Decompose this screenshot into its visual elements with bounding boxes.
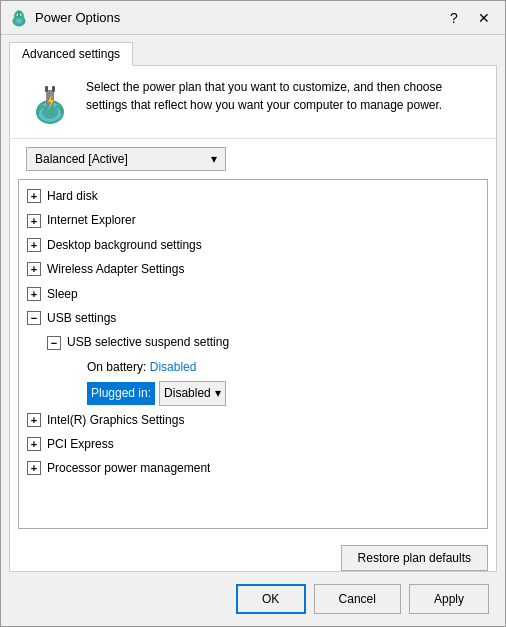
- expand-icon-pci[interactable]: +: [27, 437, 41, 451]
- tree-item-sleep[interactable]: + Sleep: [19, 282, 487, 306]
- svg-rect-6: [45, 86, 48, 92]
- svg-point-2: [16, 18, 22, 23]
- close-button[interactable]: ✕: [471, 7, 497, 29]
- description-section: Select the power plan that you want to c…: [10, 66, 496, 139]
- tab-advanced-settings[interactable]: Advanced settings: [9, 42, 133, 66]
- tree-list[interactable]: + Hard disk + Internet Explorer + Deskto…: [19, 180, 487, 528]
- expand-icon-desktop[interactable]: +: [27, 238, 41, 252]
- tree-label-hard-disk: Hard disk: [47, 186, 98, 206]
- tree-label-wireless: Wireless Adapter Settings: [47, 259, 184, 279]
- on-battery-row: On battery: Disabled: [19, 355, 487, 379]
- dropdown-arrow: ▾: [211, 152, 217, 166]
- tree-label-processor: Processor power management: [47, 458, 210, 478]
- svg-rect-7: [52, 86, 55, 92]
- expand-icon-intel[interactable]: +: [27, 413, 41, 427]
- tree-label-pci: PCI Express: [47, 434, 114, 454]
- tree-item-pci[interactable]: + PCI Express: [19, 432, 487, 456]
- plugged-in-dropdown[interactable]: Disabled ▾: [159, 381, 226, 405]
- description-text: Select the power plan that you want to c…: [86, 78, 480, 114]
- expand-icon-usb[interactable]: −: [27, 311, 41, 325]
- expand-icon-ie[interactable]: +: [27, 214, 41, 228]
- power-icon: [9, 8, 29, 28]
- dropdown-section: Balanced [Active] ▾: [10, 139, 496, 179]
- expand-icon-usb-suspend[interactable]: −: [47, 336, 61, 350]
- tree-item-intel-graphics[interactable]: + Intel(R) Graphics Settings: [19, 408, 487, 432]
- footer-section: Restore plan defaults: [10, 537, 496, 571]
- restore-defaults-button[interactable]: Restore plan defaults: [341, 545, 488, 571]
- on-battery-value: Disabled: [150, 360, 197, 374]
- title-bar: Power Options ? ✕: [1, 1, 505, 35]
- tree-label-usb: USB settings: [47, 308, 116, 328]
- help-button[interactable]: ?: [441, 7, 467, 29]
- tree-label-ie: Internet Explorer: [47, 210, 136, 230]
- apply-button[interactable]: Apply: [409, 584, 489, 614]
- tree-label-usb-suspend: USB selective suspend setting: [67, 332, 229, 352]
- on-battery-label: On battery:: [87, 360, 146, 374]
- tree-label-sleep: Sleep: [47, 284, 78, 304]
- button-row: OK Cancel Apply: [1, 572, 505, 626]
- content-area: Select the power plan that you want to c…: [9, 65, 497, 572]
- tree-item-internet-explorer[interactable]: + Internet Explorer: [19, 208, 487, 232]
- expand-icon-hard-disk[interactable]: +: [27, 189, 41, 203]
- tree-item-usb-settings[interactable]: − USB settings: [19, 306, 487, 330]
- tree-item-wireless[interactable]: + Wireless Adapter Settings: [19, 257, 487, 281]
- dialog-title: Power Options: [35, 10, 441, 25]
- plugged-in-label: Plugged in:: [87, 382, 155, 404]
- tree-section: + Hard disk + Internet Explorer + Deskto…: [18, 179, 488, 529]
- title-bar-controls: ? ✕: [441, 7, 497, 29]
- tree-item-desktop-bg[interactable]: + Desktop background settings: [19, 233, 487, 257]
- expand-icon-processor[interactable]: +: [27, 461, 41, 475]
- plan-dropdown[interactable]: Balanced [Active] ▾: [26, 147, 226, 171]
- tree-item-hard-disk[interactable]: + Hard disk: [19, 184, 487, 208]
- power-options-dialog: Power Options ? ✕ Advanced settings: [0, 0, 506, 627]
- tab-bar: Advanced settings: [1, 35, 505, 65]
- plugged-in-value: Disabled: [164, 383, 211, 403]
- expand-icon-wireless[interactable]: +: [27, 262, 41, 276]
- plugged-in-arrow: ▾: [215, 383, 221, 403]
- svg-point-4: [42, 105, 58, 119]
- tree-label-desktop: Desktop background settings: [47, 235, 202, 255]
- cancel-button[interactable]: Cancel: [314, 584, 401, 614]
- ok-button[interactable]: OK: [236, 584, 306, 614]
- plan-dropdown-value: Balanced [Active]: [35, 152, 128, 166]
- power-plug-icon: [26, 78, 74, 126]
- plugged-in-row: Plugged in: Disabled ▾: [19, 379, 487, 407]
- expand-icon-sleep[interactable]: +: [27, 287, 41, 301]
- tree-item-usb-suspend[interactable]: − USB selective suspend setting: [19, 330, 487, 354]
- tree-label-intel: Intel(R) Graphics Settings: [47, 410, 184, 430]
- tree-item-processor[interactable]: + Processor power management: [19, 456, 487, 480]
